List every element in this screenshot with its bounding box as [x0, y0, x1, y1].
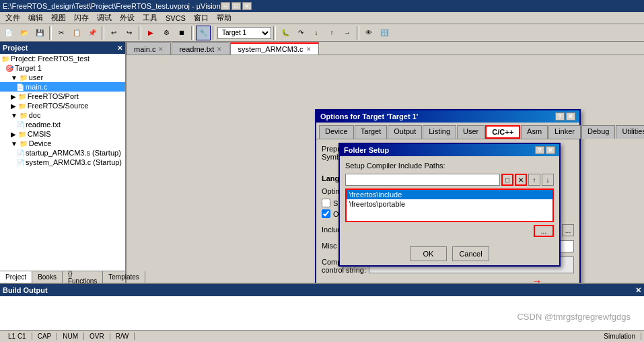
tab-mainc[interactable]: main.c ✕: [127, 42, 171, 55]
folder-down-btn[interactable]: ↓: [542, 174, 554, 186]
panel-tab-books[interactable]: Books: [32, 271, 63, 283]
tab-asm[interactable]: Asm: [521, 125, 548, 139]
status-num: NUM: [57, 333, 84, 340]
split-cb[interactable]: [322, 199, 330, 207]
tree-item-startup[interactable]: 📄 startup_ARMCM3.s (Startup): [0, 148, 125, 158]
step-out-btn[interactable]: ↑: [324, 26, 339, 40]
folder-up-btn[interactable]: ↑: [528, 174, 540, 186]
tree-item-label: startup_ARMCM3.s (Startup): [26, 149, 121, 157]
copy-btn[interactable]: 📋: [69, 26, 84, 40]
folder-dialog[interactable]: Folder Setup ? ✕ Setup Compiler Include …: [338, 143, 561, 267]
target-options-btn[interactable]: 🔧: [196, 26, 211, 40]
tab-system[interactable]: system_ARMCM3.c ✕: [230, 42, 318, 55]
tab-cpp[interactable]: C/C++: [485, 125, 520, 139]
project-tree: 📁 Project: FreeRTOS_test 🎯 Target 1 ▼ 📁 …: [0, 54, 125, 271]
run-to-btn[interactable]: →: [340, 26, 355, 40]
watch-btn[interactable]: 👁: [361, 26, 376, 40]
menu-view[interactable]: 视图: [47, 12, 70, 24]
tab-device[interactable]: Device: [319, 125, 354, 139]
tab-close-readme[interactable]: ✕: [217, 46, 222, 53]
maximize-btn[interactable]: □: [231, 2, 241, 10]
build-close-btn[interactable]: ✕: [635, 286, 641, 295]
folder-ok-btn[interactable]: OK: [410, 246, 447, 261]
options-close-btn[interactable]: ✕: [566, 112, 575, 121]
tree-item-system[interactable]: 📄 system_ARMCM3.c (Startup): [0, 158, 125, 167]
folder-browse-btn[interactable]: ...: [534, 225, 554, 237]
paste-btn[interactable]: 📌: [85, 26, 100, 40]
folder-help-btn[interactable]: ?: [535, 146, 544, 154]
tab-listing[interactable]: Listing: [423, 125, 456, 139]
menu-edit[interactable]: 编辑: [24, 12, 47, 24]
tab-user[interactable]: User: [457, 125, 485, 139]
undo-btn[interactable]: ↩: [106, 26, 121, 40]
tree-item-user[interactable]: ▼ 📁 user: [0, 73, 125, 82]
tab-debug[interactable]: Debug: [581, 125, 615, 139]
tree-item-readme[interactable]: 📄 readme.txt: [0, 120, 125, 129]
new-btn[interactable]: 📄: [1, 26, 16, 40]
folder-list-item-1[interactable]: \freertos\include: [347, 190, 552, 199]
panel-tab-functions[interactable]: {} Functions: [63, 271, 103, 283]
save-btn[interactable]: 💾: [32, 26, 47, 40]
tree-item-port[interactable]: ▶ 📁 FreeRTOS/Port: [0, 92, 125, 101]
folder-close-btn[interactable]: ✕: [546, 146, 555, 154]
open-btn[interactable]: 📂: [17, 26, 32, 40]
menu-window[interactable]: 窗口: [190, 12, 213, 24]
sep3: [139, 26, 141, 40]
menu-flash[interactable]: 闪存: [70, 12, 93, 24]
menu-peripheral[interactable]: 外设: [116, 12, 139, 24]
target-select[interactable]: Target 1: [217, 27, 271, 39]
menu-file[interactable]: 文件: [1, 12, 24, 24]
tab-label: system_ARMCM3.c: [238, 45, 303, 53]
status-rw: R/W: [110, 333, 135, 340]
debug-start-btn[interactable]: 🐛: [278, 26, 293, 40]
folder-path-input[interactable]: [345, 174, 500, 186]
tree-item-device[interactable]: ▼ 📁 Device: [0, 139, 125, 148]
tab-linker[interactable]: Linker: [548, 125, 581, 139]
tree-item-cmsis[interactable]: ▶ 📁 CMSIS: [0, 129, 125, 139]
editor-wrapper: main.c ✕ readme.txt ✕ system_ARMCM3.c ✕ …: [127, 42, 644, 283]
tree-item-label: Project: FreeRTOS_test: [11, 55, 90, 63]
include-browse-btn[interactable]: ...: [562, 224, 574, 236]
tab-target[interactable]: Target: [355, 125, 388, 139]
panel-close-btn[interactable]: ✕: [117, 44, 122, 52]
tab-close-mainc[interactable]: ✕: [158, 46, 164, 53]
folder-icon: ▼ 📁: [11, 112, 28, 119]
rebuild-btn[interactable]: ⚙: [159, 26, 174, 40]
panel-title-text: Project: [3, 44, 28, 52]
status-bar: L1 C1 CAP NUM OVR R/W Simulation: [0, 330, 644, 342]
tree-item-label: FreeRTOS/Source: [28, 102, 89, 110]
menu-svcs[interactable]: SVCS: [162, 12, 190, 24]
tree-item-target1[interactable]: 🎯 Target 1: [0, 63, 125, 73]
panel-tab-project[interactable]: Project: [0, 271, 32, 283]
tab-utilities[interactable]: Utilities: [616, 125, 644, 139]
folder-icon: ▶ 📁: [11, 131, 26, 138]
folder-delete-btn[interactable]: ✕: [515, 174, 527, 186]
tab-readme[interactable]: readme.txt ✕: [172, 42, 229, 55]
step-over-btn[interactable]: ↷: [293, 26, 308, 40]
folder-cancel-btn[interactable]: Cancel: [452, 246, 489, 261]
options-help-btn[interactable]: ?: [555, 112, 565, 121]
panel-title: Project ✕: [0, 42, 125, 54]
cut-btn[interactable]: ✂: [54, 26, 69, 40]
build-btn[interactable]: ▶: [143, 26, 158, 40]
menu-debug[interactable]: 调试: [93, 12, 116, 24]
tab-output[interactable]: Output: [388, 125, 422, 139]
tree-item-source[interactable]: ▶ 📁 FreeRTOS/Source: [0, 101, 125, 110]
memory-btn[interactable]: 🔢: [377, 26, 392, 40]
tree-item-mainc[interactable]: 📄 main.c: [0, 82, 125, 92]
sep5: [213, 26, 215, 40]
folder-path-list[interactable]: \freertos\include \freertos\portable: [345, 189, 554, 222]
redo-btn[interactable]: ↪: [122, 26, 137, 40]
menu-help[interactable]: 帮助: [213, 12, 236, 24]
menu-tools[interactable]: 工具: [139, 12, 162, 24]
close-btn[interactable]: ✕: [242, 2, 252, 10]
stop-btn[interactable]: ⏹: [174, 26, 189, 40]
step-into-btn[interactable]: ↓: [309, 26, 324, 40]
tree-item-doc[interactable]: ▼ 📁 doc: [0, 110, 125, 120]
tab-close-system[interactable]: ✕: [306, 46, 312, 53]
folder-add-btn[interactable]: □: [501, 174, 513, 186]
tree-item-project[interactable]: 📁 Project: FreeRTOS_test: [0, 54, 125, 63]
minimize-btn[interactable]: −: [221, 2, 230, 10]
folder-list-item-2[interactable]: \freertos\portable: [347, 199, 552, 209]
one-elf-cb[interactable]: [322, 209, 330, 218]
